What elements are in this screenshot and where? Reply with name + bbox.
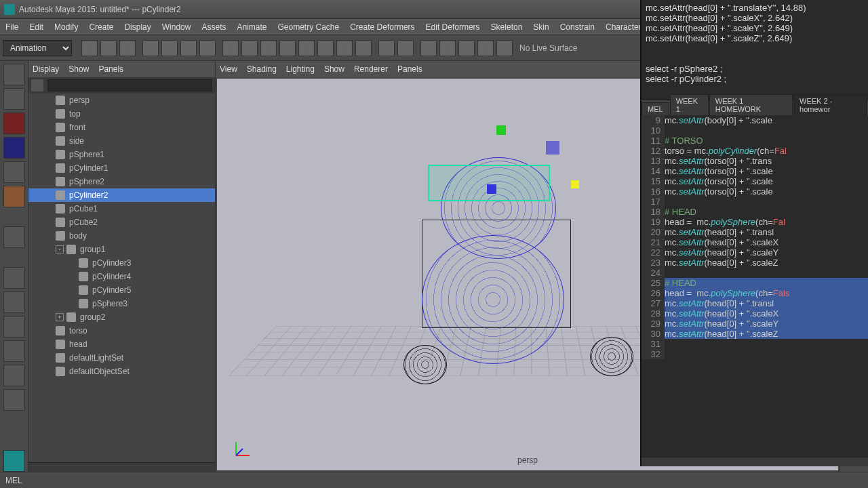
rotate-tool[interactable] [3,161,25,183]
code-line-21[interactable]: 21mc.setAttr(head[0] + ".scaleX [642,237,868,247]
scale-tool[interactable] [3,186,25,207]
code-line-15[interactable]: 15mc.setAttr(torso[0] + ".scale [642,176,868,186]
outliner-menu-panels[interactable]: Panels [98,64,123,74]
snap-mag-icon[interactable] [336,40,353,56]
menu-skin[interactable]: Skin [528,20,554,35]
outliner-item-defaultobjectset[interactable]: defaultObjectSet [28,365,215,378]
select-icon[interactable] [161,40,178,56]
script-tab-1[interactable]: WEEK 1 [670,94,709,115]
menu-edit-deformers[interactable]: Edit Deformers [420,20,486,35]
outliner-item-pcylinder1[interactable]: pCylinder1 [28,161,215,175]
layout-two-v-icon[interactable] [3,340,25,362]
last-tool[interactable] [3,226,25,248]
viewport-menu-renderer[interactable]: Renderer [354,64,388,74]
code-line-20[interactable]: 20mc.setAttr(head[0] + ".transl [642,227,868,237]
manip-x-handle[interactable] [571,180,579,188]
make-live-icon[interactable] [496,40,513,56]
code-line-16[interactable]: 16mc.setAttr(torso[0] + ".scale [642,186,868,197]
outliner-item-top[interactable]: top [28,107,215,121]
code-line-25[interactable]: 25# HEAD [642,278,868,288]
layout-single-icon[interactable] [3,267,25,289]
ipr-icon[interactable] [397,40,414,56]
manip-center-handle[interactable] [487,184,496,194]
help-icon[interactable] [355,40,372,56]
viewport-menu-view[interactable]: View [220,64,237,74]
viewport-menu-show[interactable]: Show [324,64,344,74]
outliner-tree[interactable]: persptopfrontsidepSphere1pCylinder1pSphe… [28,94,215,462]
script-hscroll[interactable] [642,457,868,466]
code-line-29[interactable]: 29mc.setAttr(head[0] + ".scaleY [642,319,868,329]
outliner-item-group2[interactable]: +group2 [28,310,215,324]
viewport-menu-lighting[interactable]: Lighting [286,64,315,74]
maya-icon[interactable] [3,450,25,472]
code-line-11[interactable]: 11# TORSO [642,136,868,146]
code-line-17[interactable]: 17 [642,197,868,207]
outliner-search-input[interactable] [47,79,212,92]
outliner-item-side[interactable]: side [28,134,215,148]
code-line-19[interactable]: 19head = mc.polySphere(ch=Fal [642,217,868,227]
script-tab-0[interactable]: MEL [642,102,669,115]
paint-select-icon[interactable] [199,40,216,56]
snap-plane-icon[interactable] [279,40,296,56]
menu-create-deformers[interactable]: Create Deformers [344,20,420,35]
layout-four-icon[interactable] [3,291,25,313]
undo-icon[interactable] [142,40,159,56]
outliner-item-head[interactable]: head [28,338,215,351]
outliner-hscroll[interactable] [28,462,215,472]
code-line-13[interactable]: 13mc.setAttr(torso[0] + ".trans [642,156,868,166]
snap-point-icon[interactable] [260,40,277,56]
menu-window[interactable]: Window [157,20,197,35]
render-icon[interactable] [378,40,395,56]
menu-set-dropdown[interactable]: Animation [3,40,72,56]
outliner-menu-show[interactable]: Show [68,64,89,74]
code-line-18[interactable]: 18# HEAD [642,207,868,217]
menu-file[interactable]: File [0,20,24,35]
outliner-item-psphere3[interactable]: pSphere3 [28,297,215,310]
menu-constrain[interactable]: Constrain [555,20,600,35]
menu-skeleton[interactable]: Skeleton [486,20,528,35]
code-line-23[interactable]: 23mc.setAttr(head[0] + ".scaleZ [642,258,868,268]
layout-custom-icon[interactable] [3,389,25,411]
save-scene-icon[interactable] [119,40,136,56]
snap-grid-icon[interactable] [222,40,239,56]
code-line-22[interactable]: 22mc.setAttr(head[0] + ".scaleY [642,247,868,258]
code-line-30[interactable]: 30mc.setAttr(head[0] + ".scaleZ [642,329,868,339]
open-scene-icon[interactable] [100,40,117,56]
menu-modify[interactable]: Modify [49,20,83,35]
snap-curve-icon[interactable] [241,40,258,56]
lasso-tool[interactable] [3,88,25,110]
expand-icon[interactable]: - [56,245,64,253]
outliner-item-pcube1[interactable]: pCube1 [28,202,215,216]
new-scene-icon[interactable] [81,40,98,56]
code-line-31[interactable]: 31 [642,339,868,349]
outliner-item-torso[interactable]: torso [28,324,215,338]
outliner-item-psphere1[interactable]: pSphere1 [28,148,215,161]
outliner-menu-display[interactable]: Display [33,64,59,74]
menu-geometry-cache[interactable]: Geometry Cache [273,20,345,35]
outliner-item-pcube2[interactable]: pCube2 [28,216,215,229]
expand-icon[interactable]: + [56,313,64,321]
code-line-27[interactable]: 27mc.setAttr(head[0] + ".transl [642,298,868,308]
menu-assets[interactable]: Assets [196,20,231,35]
viewport-menu-shading[interactable]: Shading [247,64,277,74]
snap-live-icon[interactable] [298,40,315,56]
output-icon[interactable] [458,40,475,56]
code-line-9[interactable]: 9mc.setAttr(body[0] + ".scale [642,115,868,125]
code-line-32[interactable]: 32 [642,349,868,359]
viewport-menu-panels[interactable]: Panels [397,64,422,74]
code-line-28[interactable]: 28mc.setAttr(head[0] + ".scaleX [642,308,868,319]
menu-animate[interactable]: Animate [231,20,272,35]
outliner-item-pcylinder5[interactable]: pCylinder5 [28,283,215,297]
manip-y-handle[interactable] [496,125,506,135]
menu-display[interactable]: Display [119,20,156,35]
outliner-item-pcylinder2[interactable]: pCylinder2 [28,188,215,202]
graph-icon[interactable] [477,40,494,56]
menu-edit[interactable]: Edit [24,20,49,35]
lasso-icon[interactable] [180,40,197,56]
manip-z-handle[interactable] [546,141,559,155]
code-line-12[interactable]: 12torso = mc.polyCylinder(ch=Fal [642,146,868,156]
script-input[interactable]: 9mc.setAttr(body[0] + ".scale1011# TORSO… [642,115,868,457]
outliner-item-persp[interactable]: persp [28,94,215,107]
script-output[interactable]: mc.setAttr(head[0] + ".translateY", 14.8… [642,0,868,100]
script-tab-3[interactable]: WEEK 2 - homewor [793,94,867,115]
